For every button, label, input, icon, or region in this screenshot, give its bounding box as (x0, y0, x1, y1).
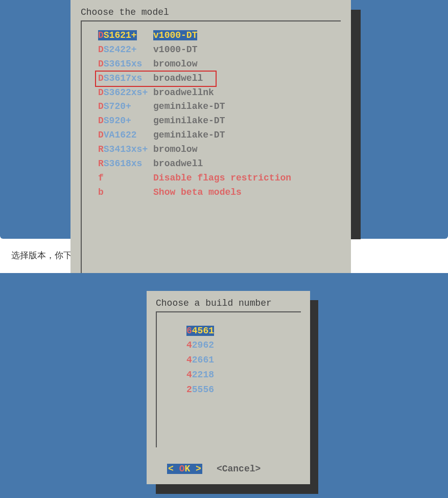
model-row[interactable]: DS1621+ v1000-DT (98, 29, 332, 43)
model-row[interactable]: DS3617xs broadwell (98, 72, 332, 86)
build-row[interactable]: 42962 (186, 338, 292, 353)
choose-model-dialog: Choose the model DS1621+ v1000-DTDS2422+… (70, 0, 351, 312)
dialog-title: Choose the model (81, 7, 341, 17)
build-row[interactable]: 25556 (186, 382, 292, 397)
model-row[interactable]: DS2422+ v1000-DT (98, 43, 332, 57)
dialog-title: Choose a build number (156, 298, 301, 308)
ok-button[interactable]: < OK > (167, 464, 202, 474)
model-row[interactable]: DS720+ geminilake-DT (98, 100, 332, 114)
screenshot-build-panel: Choose a build number 645614296242661422… (0, 273, 448, 498)
model-row[interactable]: DS3615xs bromolow (98, 57, 332, 72)
build-row[interactable]: 42661 (186, 353, 292, 368)
dialog-inner: DS1621+ v1000-DTDS2422+ v1000-DTDS3615xs… (81, 20, 341, 302)
build-row[interactable]: 42218 (186, 368, 292, 382)
model-row[interactable]: DVA1622 geminilake-DT (98, 128, 332, 143)
dialog-inner: 6456142962426614221825556 (156, 311, 301, 447)
model-option[interactable]: b Show beta models (98, 186, 332, 200)
model-row[interactable]: DS3622xs+ broadwellnk (98, 86, 332, 100)
model-row[interactable]: RS3618xs broadwell (98, 157, 332, 171)
model-row[interactable]: DS920+ geminilake-DT (98, 114, 332, 128)
model-option[interactable]: f Disable flags restriction (98, 171, 332, 186)
choose-build-dialog: Choose a build number 645614296242661422… (147, 291, 310, 484)
dialog-buttons: < OK ><Cancel> (156, 460, 301, 480)
cancel-button[interactable]: <Cancel> (217, 464, 261, 474)
build-row[interactable]: 64561 (186, 324, 292, 338)
model-row[interactable]: RS3413xs+ bromolow (98, 143, 332, 157)
screenshot-model-panel: Choose the model DS1621+ v1000-DTDS2422+… (0, 0, 448, 239)
